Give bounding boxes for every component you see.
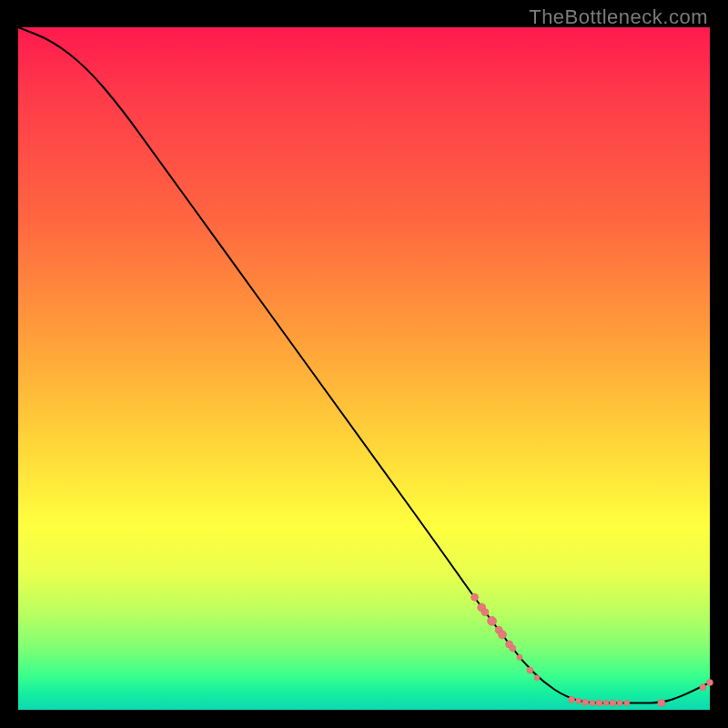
data-point [471, 593, 479, 601]
data-point [603, 701, 609, 706]
data-point [624, 701, 630, 706]
data-point [534, 675, 540, 681]
chart-frame: TheBottleneck.com [0, 0, 728, 728]
data-point [510, 645, 516, 652]
data-point [488, 617, 497, 626]
data-point [707, 680, 713, 686]
data-point [576, 698, 581, 703]
data-markers [471, 593, 713, 706]
data-point [481, 609, 489, 616]
data-point [700, 684, 706, 691]
chart-svg [18, 27, 710, 710]
data-point [527, 667, 533, 673]
data-point [590, 701, 595, 706]
plot-area [18, 27, 710, 710]
data-point [658, 700, 665, 707]
data-point [499, 631, 507, 639]
data-point [596, 700, 602, 706]
bottleneck-curve [18, 27, 710, 703]
data-point [610, 700, 616, 706]
watermark-text: TheBottleneck.com [529, 5, 708, 29]
data-point [617, 701, 622, 706]
data-point [569, 696, 575, 703]
data-point [517, 654, 522, 660]
data-point [582, 699, 589, 705]
